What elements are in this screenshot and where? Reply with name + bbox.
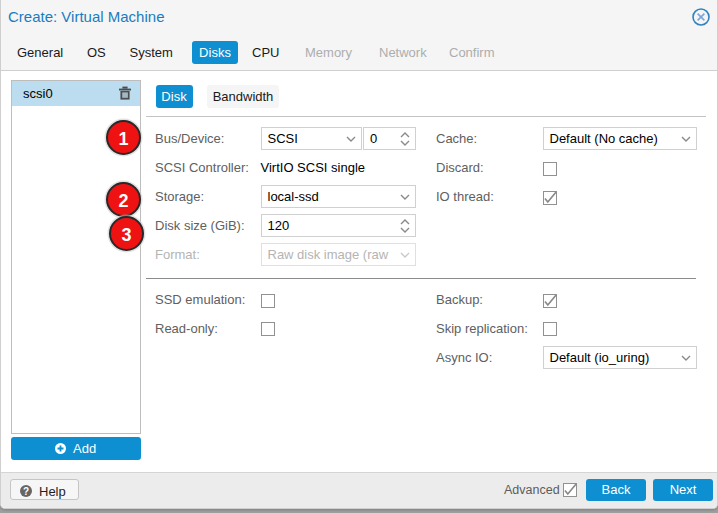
svg-text:?: ?: [23, 486, 29, 497]
